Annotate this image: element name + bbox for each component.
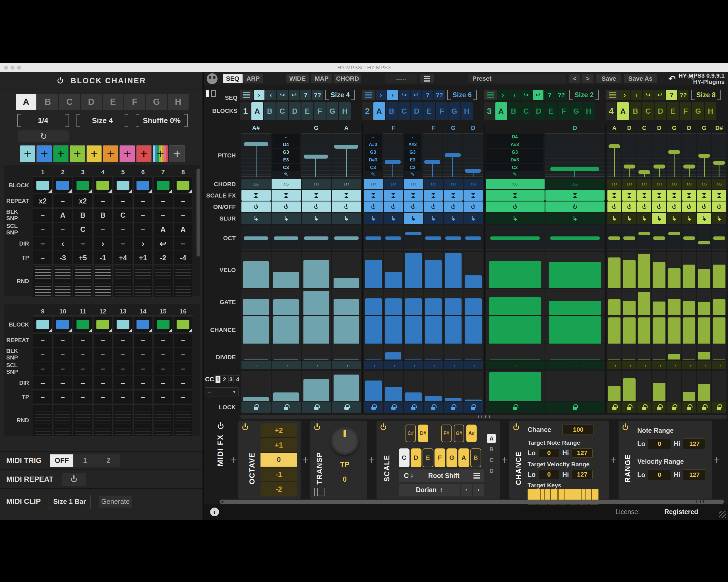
rnd-cell[interactable] [153,265,173,297]
group-block-G[interactable]: G [692,102,704,120]
chance-bar[interactable] [243,316,269,343]
velo-bar[interactable] [713,265,725,288]
scl_snp-cell[interactable]: – [33,223,53,236]
cc-bar-cell[interactable] [271,371,301,401]
divide-bar[interactable] [653,359,665,359]
block-chip[interactable] [97,181,109,190]
lock-toggle[interactable] [682,401,697,413]
cc-slot-2[interactable]: 2 [222,376,227,383]
octave-slider[interactable] [332,225,361,251]
cc-bar[interactable] [304,379,329,401]
preset-prev-button[interactable]: < [569,74,580,83]
tp-cell[interactable]: – [133,390,153,404]
velo-bar[interactable] [623,260,635,288]
gate-bar[interactable] [365,298,382,315]
divide-arrow-button[interactable]: → [302,361,331,369]
group-block-G[interactable]: G [448,102,460,120]
velo-bar-cell[interactable] [667,252,681,288]
divide-bar[interactable] [425,359,441,359]
group-block-C[interactable]: C [642,102,654,120]
divide-arrow-button[interactable]: → [364,361,383,369]
octave-slider[interactable] [424,225,443,251]
velo-bar-cell[interactable] [682,252,697,288]
octave-handle[interactable] [608,237,620,240]
velo-bar-cell[interactable] [637,252,651,288]
scl_snp-cell[interactable]: – [113,362,133,376]
chord-note[interactable]: - [272,134,300,141]
chance-bar[interactable] [273,316,299,343]
cc-bar[interactable] [608,386,621,401]
group-block-A[interactable]: A [251,102,263,120]
group-menu-icon[interactable] [240,90,253,100]
scl_snp-cell[interactable]: – [33,362,53,376]
slur-toggle[interactable]: ↳ [607,213,622,224]
dir-cell[interactable]: – [73,376,93,390]
velo-bar-cell[interactable] [384,252,403,288]
chance-bar[interactable] [638,317,651,343]
gate-bar-cell[interactable] [607,289,622,315]
tp-cell[interactable]: -1 [93,251,113,265]
block-cell[interactable] [174,316,193,333]
repeat-cell[interactable]: – [113,333,133,347]
repeat-cell[interactable]: – [174,333,193,347]
pitch-slider-handle[interactable] [550,167,599,171]
block-color-swatch[interactable] [136,145,152,162]
octave-handle[interactable] [385,237,401,240]
chord-toggle[interactable]: ♪♪♪ [637,179,651,189]
chance-bar-cell[interactable] [607,316,622,343]
tp-cell[interactable]: – [53,390,73,404]
divide-bar[interactable] [445,359,461,359]
velo-bar-cell[interactable] [404,252,423,288]
chord-toggle[interactable]: ♪♪♪ [464,179,483,189]
chord-note[interactable]: - [365,134,382,141]
cc-bar-cell[interactable] [332,371,361,401]
dir-cell[interactable]: – [93,376,113,390]
root-note-selector[interactable]: C▲▼ [399,469,419,482]
chance-bar-cell[interactable] [404,316,423,343]
blk_snp-cell[interactable]: – [53,348,73,361]
slur-toggle[interactable]: ↳ [682,213,697,224]
gate-bar[interactable] [713,299,725,315]
scl_snp-cell[interactable]: – [93,362,113,376]
dir-cell[interactable]: – [53,376,73,390]
group-menu-icon[interactable] [606,90,619,100]
chord-toggle[interactable]: ♪♪♪ [667,179,681,189]
cc-bar-cell[interactable] [241,371,271,401]
play-mode-loop-backward[interactable]: ↩ [289,90,300,100]
block-color-swatch[interactable] [53,145,69,162]
gate-bar-cell[interactable] [667,289,681,315]
play-mode-loop-forward[interactable]: ↪ [277,90,288,100]
tp-cell[interactable]: – [153,390,173,404]
play-mode-loop-backward[interactable]: ↩ [654,90,665,100]
cc-slot-3[interactable]: 3 [228,376,234,383]
block-chip[interactable] [177,320,189,329]
divide-arrow-button[interactable]: → [682,361,697,369]
octave-handle[interactable] [334,237,359,240]
gate-bar-cell[interactable] [486,289,545,315]
pitch-slider[interactable] [682,133,697,178]
note-range-hi[interactable]: 127 [683,439,706,449]
gate-bar[interactable] [425,298,442,315]
chance-bar-cell[interactable] [486,316,545,343]
chain-table-scrollbar[interactable] [197,168,200,257]
velo-bar[interactable] [489,261,541,288]
velo-bar[interactable] [273,272,299,288]
loop-button[interactable]: ↻ [18,131,69,142]
step-on-off-toggle[interactable] [241,201,271,212]
divide-bar[interactable] [304,359,329,359]
pitch-chord-step[interactable]: -D4G3E3C3✎ [272,133,300,178]
group-block-C[interactable]: C [520,102,532,120]
block-chip[interactable] [77,181,89,190]
scale-key-B[interactable]: B [470,448,481,467]
scale-fx-toggle[interactable] [637,190,651,201]
group-block-F[interactable]: F [314,102,326,120]
block-chainer-tab-D[interactable]: D [81,94,102,110]
preset-name-field[interactable]: Preset [468,74,566,83]
octave-handle[interactable] [683,237,695,240]
play-mode-random-walk[interactable]: ?? [556,90,567,100]
slur-toggle[interactable]: ↳ [652,213,666,224]
lock-toggle[interactable] [302,401,331,413]
divide-arrow-button[interactable]: → [697,361,711,369]
lock-toggle[interactable] [607,401,622,413]
save-as-button[interactable]: Save As [624,74,657,83]
